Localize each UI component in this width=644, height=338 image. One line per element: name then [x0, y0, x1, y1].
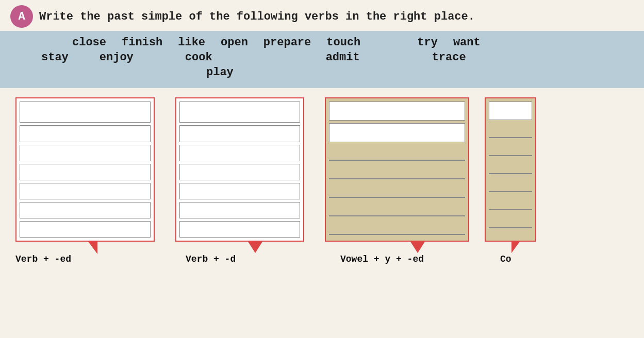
word-finish: finish: [122, 36, 162, 49]
box4-container: [469, 97, 536, 253]
box2: [175, 97, 304, 242]
box4-line-3: [489, 159, 532, 174]
box4: [485, 97, 536, 242]
box2-line-7: [179, 221, 300, 238]
instruction-area: A Write the past simple of the following…: [0, 0, 644, 31]
box1: [15, 97, 155, 242]
box1-line-1: [20, 102, 151, 123]
word-bank-row-2: stay enjoy cook admit trace: [10, 51, 634, 64]
label-box3: Vowel + y + -ed: [320, 254, 495, 264]
word-prepare: prepare: [263, 36, 311, 49]
box3-line-white-2: [329, 123, 465, 142]
word-like: like: [178, 36, 205, 49]
box3-tail: [410, 242, 425, 253]
box2-line-2: [179, 125, 300, 142]
instruction-text: Write the past simple of the following v…: [39, 10, 475, 23]
label-box1: Verb + -ed: [5, 254, 165, 264]
box4-line-6: [489, 213, 532, 228]
word-bank-row-1: close finish like open prepare touch try…: [10, 36, 634, 49]
box1-line-5: [20, 183, 151, 199]
box3-layout: [326, 98, 468, 241]
word-close: close: [72, 36, 106, 49]
word-try: try: [417, 36, 438, 49]
box2-line-3: [179, 145, 300, 161]
word-want: want: [453, 36, 481, 49]
box1-line-6: [20, 202, 151, 218]
box2-line-5: [179, 183, 300, 199]
word-enjoy: enjoy: [100, 51, 134, 64]
box2-line-1: [179, 102, 300, 123]
box2-line-4: [179, 164, 300, 180]
box2-tail: [248, 242, 262, 253]
label-box2: Verb + -d: [165, 254, 320, 264]
box3: [325, 97, 469, 242]
box4-tail: [511, 242, 520, 253]
box3-line-white-1: [329, 102, 465, 121]
word-bank: close finish like open prepare touch try…: [0, 31, 644, 88]
box1-tail: [88, 242, 97, 254]
box3-container: [304, 97, 469, 253]
box4-line-white-1: [489, 102, 532, 120]
word-admit: admit: [326, 51, 360, 64]
word-stay: stay: [41, 51, 69, 64]
box3-line-tan-5: [329, 219, 465, 235]
labels-row: Verb + -ed Verb + -d Vowel + y + -ed Co: [0, 254, 644, 264]
box3-line-tan-2: [329, 163, 465, 179]
word-trace: trace: [432, 51, 466, 64]
box4-line-5: [489, 195, 532, 210]
box2-layout: [176, 98, 303, 241]
box4-line-2: [489, 141, 532, 156]
word-open: open: [221, 36, 248, 49]
box4-line-1: [489, 123, 532, 138]
box3-line-tan-3: [329, 182, 465, 198]
box1-line-2: [20, 125, 151, 142]
box1-line-4: [20, 164, 151, 180]
box1-line-7: [20, 221, 151, 238]
box1-line-3: [20, 145, 151, 161]
box4-layout: [486, 98, 535, 241]
box2-container: [155, 97, 304, 253]
box3-line-tan-4: [329, 200, 465, 216]
word-bank-row-3: play: [10, 66, 634, 79]
box1-layout: [16, 98, 154, 241]
boxes-area: [0, 92, 644, 254]
box1-container: [5, 97, 155, 254]
box2-line-6: [179, 202, 300, 218]
word-touch: touch: [326, 36, 360, 49]
page: A Write the past simple of the following…: [0, 0, 644, 338]
box3-line-tan-1: [329, 145, 465, 161]
box4-line-4: [489, 177, 532, 192]
label-box4: Co: [495, 254, 511, 264]
word-play: play: [206, 66, 234, 79]
section-badge: A: [10, 5, 33, 28]
word-cook: cook: [185, 51, 212, 64]
